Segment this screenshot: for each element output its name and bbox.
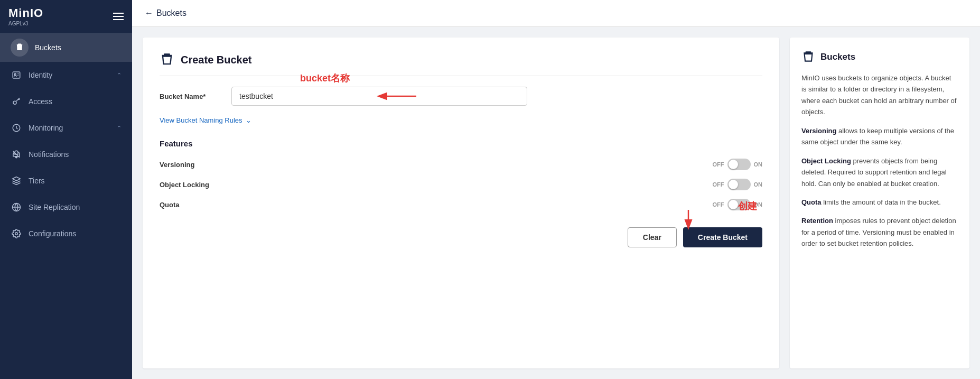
tiers-svg-icon: [12, 176, 21, 186]
monitoring-icon: [11, 122, 22, 134]
identity-svg-icon: [12, 70, 21, 80]
replication-icon: [11, 201, 22, 213]
breadcrumb-back-label: Buckets: [156, 8, 186, 18]
sidebar-item-site-replication[interactable]: Site Replication: [0, 194, 132, 220]
versioning-toggle-group: OFF ON: [713, 159, 763, 170]
sidebar-item-monitoring[interactable]: Monitoring ⌃: [0, 115, 132, 141]
bucket-name-input[interactable]: [231, 87, 527, 106]
sidebar-item-notifications[interactable]: Notifications: [0, 141, 132, 168]
back-button[interactable]: ← Buckets: [145, 8, 186, 18]
configurations-svg-icon: [12, 229, 21, 238]
info-text-intro: MinIO uses buckets to organize objects. …: [801, 72, 958, 118]
logo-area: MinIO AGPLv3: [8, 6, 43, 26]
sidebar-item-tiers[interactable]: Tiers: [0, 168, 132, 194]
form-panel: Create Bucket Bucket Name*: [143, 38, 779, 368]
quota-on-label: ON: [754, 201, 763, 208]
sidebar-item-label-tiers: Tiers: [29, 177, 122, 185]
versioning-on-label: ON: [754, 161, 763, 168]
versioning-label: Versioning: [160, 161, 706, 169]
info-text-versioning: Versioning allows to keep multiple versi…: [801, 125, 958, 148]
info-text-quota: Quota limits the amount of data in the b…: [801, 197, 958, 208]
object-locking-toggle[interactable]: [727, 179, 751, 190]
monitoring-arrow-icon: ⌃: [117, 125, 122, 132]
create-bucket-button[interactable]: Create Bucket: [683, 227, 762, 247]
form-bucket-icon: [160, 52, 174, 67]
bucket-name-row: Bucket Name* bucket名称: [160, 87, 762, 106]
identity-icon: [11, 69, 22, 81]
info-panel-title: Buckets: [820, 52, 855, 62]
object-locking-row: Object Locking OFF ON: [160, 179, 762, 190]
quota-label: Quota: [160, 201, 706, 209]
versioning-row: Versioning OFF ON: [160, 159, 762, 170]
object-locking-on-label: ON: [754, 181, 763, 188]
main-content: ← Buckets Create Bucket Bucket Name*: [132, 0, 980, 379]
object-locking-strong: Object Locking: [801, 157, 851, 165]
info-text-retention: Retention imposes rules to prevent objec…: [801, 215, 958, 249]
info-panel-title-row: Buckets: [801, 50, 958, 64]
logo-version: AGPLv3: [8, 21, 28, 26]
sidebar-item-label-notifications: Notifications: [29, 150, 122, 159]
quota-strong: Quota: [801, 198, 822, 206]
info-bucket-icon: [801, 50, 815, 64]
sidebar-item-label-site-replication: Site Replication: [29, 203, 122, 211]
quota-toggle-group: OFF ON: [713, 199, 763, 210]
bucket-svg-icon: [15, 43, 24, 52]
access-icon: [11, 96, 22, 107]
naming-rules-link[interactable]: View Bucket Naming Rules: [160, 116, 242, 124]
tiers-icon: [11, 175, 22, 187]
monitoring-svg-icon: [12, 123, 21, 133]
info-panel: Buckets MinIO uses buckets to organize o…: [790, 38, 969, 368]
features-title: Features: [160, 139, 762, 148]
quota-off-label: OFF: [713, 201, 724, 208]
sidebar-item-label-buckets: Buckets: [35, 43, 122, 52]
clear-button[interactable]: Clear: [628, 227, 677, 247]
svg-point-4: [13, 101, 16, 104]
naming-rules-chevron-icon: ⌄: [246, 116, 251, 124]
object-locking-label: Object Locking: [160, 181, 706, 189]
sidebar: MinIO AGPLv3 Buckets Identity ⌃: [0, 0, 132, 379]
svg-point-6: [15, 233, 18, 235]
svg-rect-8: [163, 56, 171, 57]
notifications-icon: [11, 149, 22, 160]
object-locking-toggle-group: OFF ON: [713, 179, 763, 190]
back-arrow-icon: ←: [145, 8, 153, 18]
bucket-name-label: Bucket Name*: [160, 93, 223, 100]
logo-text: MinIO: [8, 6, 43, 20]
sidebar-item-label-identity: Identity: [29, 71, 110, 79]
info-text-object-locking: Object Locking prevents objects from bei…: [801, 155, 958, 189]
versioning-off-label: OFF: [713, 161, 724, 168]
naming-rules-row[interactable]: View Bucket Naming Rules ⌄: [160, 116, 762, 124]
sidebar-item-label-monitoring: Monitoring: [29, 124, 110, 132]
configurations-icon: [11, 228, 22, 239]
sidebar-item-access[interactable]: Access: [0, 88, 132, 115]
form-title: Create Bucket: [181, 54, 252, 66]
sidebar-header: MinIO AGPLv3: [0, 0, 132, 33]
hamburger-menu-icon[interactable]: [113, 13, 124, 20]
quota-toggle[interactable]: [727, 199, 751, 210]
identity-arrow-icon: ⌃: [117, 72, 122, 79]
content-area: Create Bucket Bucket Name*: [132, 27, 980, 379]
form-title-row: Create Bucket: [160, 52, 762, 76]
top-bar: ← Buckets: [132, 0, 980, 27]
sidebar-item-label-configurations: Configurations: [29, 229, 122, 238]
notifications-svg-icon: [12, 150, 21, 159]
quota-desc: limits the amount of data in the bucket.: [823, 198, 941, 206]
svg-rect-14: [804, 53, 812, 54]
versioning-strong: Versioning: [801, 127, 836, 135]
object-locking-off-label: OFF: [713, 181, 724, 188]
form-actions: 创建 Clear Create Bucket: [160, 227, 762, 247]
sidebar-item-configurations[interactable]: Configurations: [0, 220, 132, 247]
sidebar-item-label-access: Access: [29, 97, 122, 106]
buckets-circle-icon: [11, 39, 29, 57]
sidebar-item-identity[interactable]: Identity ⌃: [0, 62, 132, 88]
quota-row: Quota OFF ON: [160, 199, 762, 210]
svg-rect-2: [13, 72, 20, 78]
sidebar-item-buckets[interactable]: Buckets: [0, 33, 132, 62]
svg-point-3: [14, 73, 16, 75]
access-svg-icon: [12, 97, 21, 106]
versioning-toggle[interactable]: [727, 159, 751, 170]
svg-rect-1: [18, 44, 21, 45]
replication-svg-icon: [12, 202, 21, 212]
retention-strong: Retention: [801, 217, 833, 225]
